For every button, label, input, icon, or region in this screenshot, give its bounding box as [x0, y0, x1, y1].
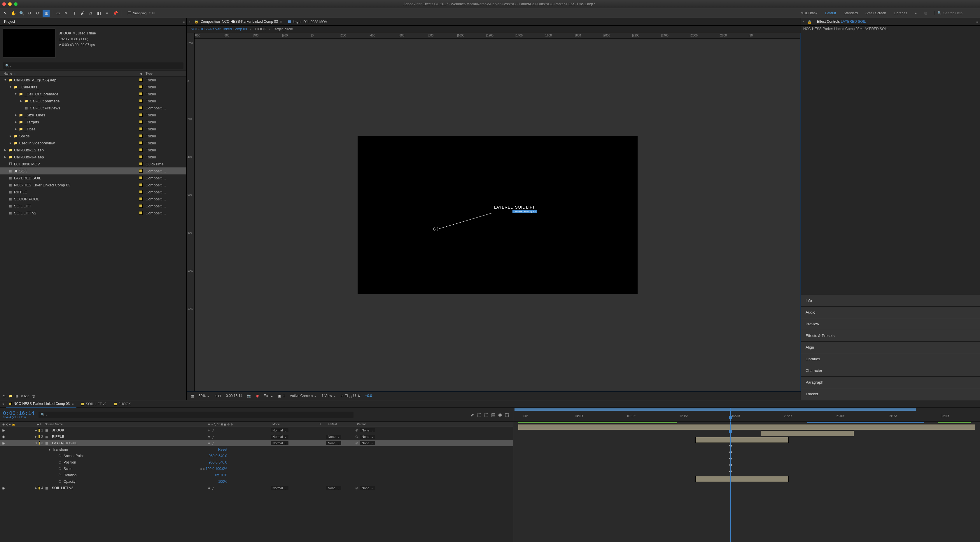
project-item[interactable]: ▶ 📁 _Titles Folder — [0, 126, 186, 132]
project-item[interactable]: ▶ 📁 Solids Folder — [0, 132, 186, 139]
hand-tool[interactable]: ✋ — [10, 10, 17, 17]
project-item[interactable]: 🎞 DJI_0038.MOV QuickTime — [0, 161, 186, 167]
draft3d-icon[interactable]: ⬚ — [477, 412, 481, 418]
motion-blur-icon[interactable]: ◉ — [498, 412, 502, 418]
project-item[interactable]: ▼ 📁 Call-Outs_v1.2(CS6).aep Folder — [0, 77, 186, 83]
new-comp-icon[interactable]: ▦ — [16, 394, 18, 398]
graph-editor-icon[interactable]: ⬚ — [505, 412, 509, 418]
rotation-tool[interactable]: ⟳ — [34, 10, 41, 17]
brush-tool[interactable]: 🖌 — [79, 10, 86, 17]
workspace-standard[interactable]: Standard — [843, 11, 858, 15]
panel-menu-icon[interactable]: ≡ — [183, 20, 185, 24]
project-item[interactable]: ▶ 📁 Call-Outs-3-4.aep Folder — [0, 153, 186, 161]
project-item[interactable]: ▶ 📁 Call-Outs-1.2.aep Folder — [0, 147, 186, 153]
crumb-1[interactable]: JHOOK — [254, 27, 266, 31]
project-item[interactable]: ▶ 📁 used in videopreview Folder — [0, 139, 186, 147]
bpc-toggle[interactable]: 8 bpc — [21, 394, 29, 398]
clone-tool[interactable]: ⎙ — [87, 10, 94, 17]
project-tab[interactable]: Project — [2, 18, 17, 26]
panel-paragraph[interactable]: Paragraph — [801, 376, 980, 388]
panel-effects-&-presets[interactable]: Effects & Presets — [801, 330, 980, 341]
channel-icon[interactable]: ◉ — [255, 394, 260, 398]
current-time[interactable]: 0:00:16:14 — [224, 394, 243, 398]
effect-controls-tab[interactable]: Effect Controls LAYERED SOIL — [815, 18, 868, 26]
project-item[interactable]: ▶ 📁 _Targets Folder — [0, 118, 186, 126]
project-item[interactable]: ▼ 📁 _Call_Out_premade Folder — [0, 91, 186, 97]
close-ec-icon[interactable]: × — [803, 20, 804, 23]
timeline-search[interactable]: 🔍⌄ — [38, 411, 353, 418]
timeline-layer-row[interactable]: ◉ ▶ 1 ▦JHOOK ✲╱ Normal ⊘ None — [0, 427, 513, 434]
timeline-ruler[interactable]: :00f04:05f08:10f12:15f16:20f20:25f25:00f… — [513, 408, 980, 422]
workspace-multitask[interactable]: MULTItask — [800, 11, 817, 15]
comp-flowchart-icon[interactable]: ⬈ — [471, 412, 474, 418]
close-tl-tab-icon[interactable]: × — [2, 402, 4, 406]
project-item[interactable]: ▶ 📁 _Size_Lines Folder — [0, 112, 186, 118]
transform-property[interactable]: ⏱Scale ⊂⊃ 100.0,100.0% — [0, 465, 513, 472]
current-timecode[interactable]: 0:00:16:14 — [3, 410, 34, 416]
view-options-icons[interactable]: ⊞ ☐ ⬚ ⛓ ↻ — [339, 394, 361, 398]
maximize-window-button[interactable] — [14, 2, 18, 6]
text-tool[interactable]: T — [71, 10, 78, 17]
playhead[interactable] — [730, 408, 731, 421]
col-parent[interactable]: Parent — [355, 423, 414, 426]
timeline-tab[interactable]: SOIL LIFT v2 — [78, 401, 110, 407]
crumb-2[interactable]: Target_circle — [273, 27, 293, 31]
resolution-icon[interactable]: ⊞ ⊡ — [213, 394, 222, 398]
panel-align[interactable]: Align — [801, 341, 980, 353]
workspace-reset-icon[interactable]: ⊟ — [924, 11, 927, 15]
transform-property[interactable]: ⏱Position 960.0,540.0 — [0, 459, 513, 465]
workspace-default[interactable]: Default — [825, 11, 836, 19]
timeline-tracks[interactable] — [513, 422, 980, 542]
magnification-icon[interactable]: ▦ — [189, 394, 195, 398]
col-type[interactable]: Type — [146, 72, 186, 75]
timeline-tab[interactable]: JHOOK — [111, 401, 134, 407]
zoom-dropdown[interactable]: 50% ⌄ — [197, 394, 211, 398]
project-search[interactable]: 🔍⌄ — [3, 62, 183, 69]
col-trkmat[interactable]: TrkMat — [326, 423, 355, 426]
new-folder-icon[interactable]: 📁 — [8, 394, 13, 398]
project-item[interactable]: ▦ Call-Out Previews Compositi… — [0, 104, 186, 112]
comp-tab-0[interactable]: 🔒 Composition NCC-HESS-Parker Linked Com… — [192, 18, 284, 26]
project-item[interactable]: ▦ RIFFLE Compositi… — [0, 188, 186, 195]
timeline-tab[interactable]: NCC-HESS-Parker Linked Comp 03 ≡ — [6, 400, 76, 408]
workspace-libraries[interactable]: Libraries — [894, 11, 907, 15]
workspace-more-icon[interactable]: » — [915, 11, 917, 15]
work-area-bar[interactable] — [514, 408, 916, 411]
panel-libraries[interactable]: Libraries — [801, 353, 980, 365]
trash-icon[interactable]: 🗑 — [32, 394, 35, 398]
project-item[interactable]: ▦ SCOUR POOL Compositi… — [0, 195, 186, 202]
roi-icon[interactable]: ▣ ⊡ — [277, 394, 286, 398]
project-item[interactable]: ▼ 📁 _Call-Outs_ Folder — [0, 83, 186, 91]
col-name[interactable]: Name — [3, 72, 12, 75]
close-tab-icon[interactable]: × — [188, 20, 190, 24]
snapping-checkbox[interactable] — [128, 11, 131, 15]
zoom-tool[interactable]: 🔍 — [18, 10, 25, 17]
camera-dropdown[interactable]: Active Camera ⌄ — [289, 394, 318, 398]
workspace-small-screen[interactable]: Small Screen — [865, 11, 886, 15]
project-item[interactable]: ▦ SOIL LIFT v2 Compositi… — [0, 209, 186, 217]
close-window-button[interactable] — [2, 2, 6, 6]
project-item[interactable]: ▦ SOIL LIFT Compositi… — [0, 202, 186, 209]
snapshot-icon[interactable]: 📷 — [246, 394, 253, 398]
panel-tracker[interactable]: Tracker — [801, 388, 980, 400]
col-t[interactable]: T — [314, 423, 326, 426]
project-item[interactable]: ▶ 📁 Call-Out premade Folder — [0, 97, 186, 104]
project-item[interactable]: ▦ JHOOK Compositi… — [0, 167, 186, 174]
ec-menu-icon[interactable]: ≡ — [976, 20, 978, 24]
timeline-layer-row[interactable]: ◉ ▶ 4 ▦SOIL LIFT v2 ✲╱ Normal None ⊘ Non… — [0, 485, 513, 491]
puppet-tool[interactable]: 📌 — [112, 10, 119, 17]
frame-blend-icon[interactable]: ▤ — [491, 412, 495, 418]
timeline-layer-row[interactable]: ◉ ▶ 2 ▦RIFFLE ✲╱ Normal None ⊘ None — [0, 434, 513, 440]
rect-tool[interactable]: ▭ — [54, 10, 62, 17]
interpret-icon[interactable]: 🗀 — [2, 394, 6, 398]
minimize-window-button[interactable] — [8, 2, 12, 6]
project-item[interactable]: ▦ NCC-HES…rker Linked Comp 03 Compositi… — [0, 182, 186, 188]
composition-canvas[interactable]: LAYERED SOIL LIFT CHERRY CREEK @ HE — [194, 39, 800, 391]
exposure-value[interactable]: +0.0 — [364, 394, 373, 398]
col-mode[interactable]: Mode — [270, 423, 314, 426]
transform-property[interactable]: ⏱Rotation 0x+0.0° — [0, 472, 513, 478]
transform-property[interactable]: ⏱Opacity 100% — [0, 478, 513, 485]
panel-info[interactable]: Info — [801, 295, 980, 306]
views-dropdown[interactable]: 1 View ⌄ — [320, 394, 337, 398]
col-label-icon[interactable]: ◆ — [137, 72, 146, 76]
